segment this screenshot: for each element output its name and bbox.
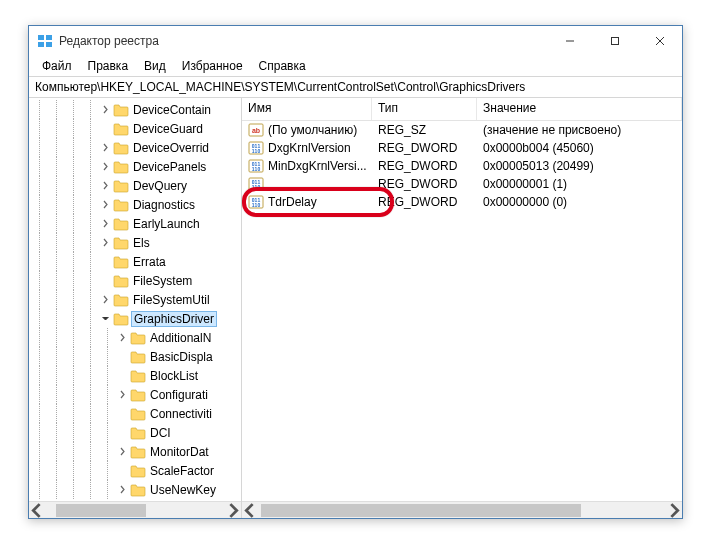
tree-label: BasicDispla (149, 350, 214, 364)
tree-item[interactable]: Connectiviti (29, 404, 241, 423)
svg-text:110: 110 (252, 148, 261, 154)
chevron-right-icon[interactable] (99, 295, 112, 304)
folder-icon (130, 350, 146, 364)
column-name[interactable]: Имя (242, 98, 372, 120)
folder-icon (113, 217, 129, 231)
value-type: REG_DWORD (378, 141, 457, 155)
menu-help[interactable]: Справка (252, 57, 313, 75)
tree-item[interactable]: AdditionalN (29, 328, 241, 347)
folder-icon (113, 179, 129, 193)
tree-item[interactable]: BlockList (29, 366, 241, 385)
list-row[interactable]: 011110TdrDelayREG_DWORD0x00000000 (0) (242, 193, 682, 211)
chevron-right-icon[interactable] (99, 200, 112, 209)
tree-item[interactable]: Diagnostics (29, 195, 241, 214)
tree-label: MonitorDat (149, 445, 210, 459)
scroll-track[interactable] (259, 502, 665, 519)
scroll-thumb[interactable] (261, 504, 581, 517)
chevron-right-icon[interactable] (116, 447, 129, 456)
folder-icon (130, 388, 146, 402)
tree-item[interactable]: GraphicsDriver (29, 309, 241, 328)
tree-item[interactable]: DeviceGuard (29, 119, 241, 138)
list-row[interactable]: 011110MinDxgKrnlVersi...REG_DWORD0x00005… (242, 157, 682, 175)
value-type: REG_DWORD (378, 177, 457, 191)
tree-item[interactable]: Els (29, 233, 241, 252)
address-text: Компьютер\HKEY_LOCAL_MACHINE\SYSTEM\Curr… (35, 80, 525, 94)
svg-rect-3 (46, 42, 52, 47)
tree-item[interactable]: MonitorDat (29, 442, 241, 461)
tree-label: DCI (149, 426, 172, 440)
maximize-button[interactable] (592, 26, 637, 56)
scroll-left-icon[interactable] (29, 502, 46, 519)
reg-dword-icon: 011110 (248, 158, 264, 174)
menu-edit[interactable]: Правка (81, 57, 136, 75)
tree-panel: DeviceContainDeviceGuardDeviceOverridDev… (29, 98, 242, 518)
folder-icon (113, 312, 129, 326)
tree-label: DevQuery (132, 179, 188, 193)
tree-label: AdditionalN (149, 331, 212, 345)
folder-icon (130, 426, 146, 440)
close-button[interactable] (637, 26, 682, 56)
chevron-right-icon[interactable] (99, 105, 112, 114)
list-row[interactable]: ab(По умолчанию)REG_SZ(значение не присв… (242, 121, 682, 139)
scroll-left-icon[interactable] (242, 502, 259, 519)
list-row[interactable]: 011110REG_DWORD0x00000001 (1) (242, 175, 682, 193)
menu-file[interactable]: Файл (35, 57, 79, 75)
menu-view[interactable]: Вид (137, 57, 173, 75)
tree-item[interactable]: ScaleFactor (29, 461, 241, 480)
chevron-right-icon[interactable] (99, 143, 112, 152)
svg-text:110: 110 (252, 202, 261, 208)
chevron-right-icon[interactable] (116, 390, 129, 399)
tree-item[interactable]: DeviceOverrid (29, 138, 241, 157)
tree-item[interactable]: Errata (29, 252, 241, 271)
tree-label: DeviceOverrid (132, 141, 210, 155)
chevron-right-icon[interactable] (99, 219, 112, 228)
scroll-thumb[interactable] (56, 504, 146, 517)
chevron-right-icon[interactable] (99, 238, 112, 247)
svg-rect-5 (611, 38, 618, 45)
column-type[interactable]: Тип (372, 98, 477, 120)
folder-icon (113, 103, 129, 117)
scroll-right-icon[interactable] (665, 502, 682, 519)
tree-item[interactable]: DCI (29, 423, 241, 442)
tree-label: DeviceContain (132, 103, 212, 117)
list-panel: Имя Тип Значение ab(По умолчанию)REG_SZ(… (242, 98, 682, 518)
minimize-button[interactable] (547, 26, 592, 56)
tree-label: GraphicsDriver (131, 311, 217, 327)
folder-icon (130, 483, 146, 497)
chevron-right-icon[interactable] (116, 485, 129, 494)
menu-favorites[interactable]: Избранное (175, 57, 250, 75)
value-data: 0x00000001 (1) (483, 177, 567, 191)
svg-rect-1 (46, 35, 52, 40)
tree-item[interactable]: FileSystemUtil (29, 290, 241, 309)
tree-label: Configurati (149, 388, 209, 402)
tree-hscrollbar[interactable] (29, 501, 241, 518)
svg-text:110: 110 (252, 166, 261, 172)
chevron-right-icon[interactable] (99, 162, 112, 171)
chevron-down-icon[interactable] (99, 314, 112, 323)
list-hscrollbar[interactable] (242, 501, 682, 518)
scroll-track[interactable] (46, 502, 224, 519)
window-controls (547, 26, 682, 56)
chevron-right-icon[interactable] (99, 181, 112, 190)
chevron-right-icon[interactable] (116, 333, 129, 342)
tree-item[interactable]: DeviceContain (29, 100, 241, 119)
tree-label: BlockList (149, 369, 199, 383)
reg-dword-icon: 011110 (248, 176, 264, 192)
value-type: REG_DWORD (378, 159, 457, 173)
column-value[interactable]: Значение (477, 98, 682, 120)
tree-item[interactable]: DevicePanels (29, 157, 241, 176)
list-body[interactable]: ab(По умолчанию)REG_SZ(значение не присв… (242, 121, 682, 501)
folder-icon (113, 236, 129, 250)
regedit-window: Редактор реестра Файл Правка Вид Избранн… (28, 25, 683, 519)
tree-item[interactable]: DevQuery (29, 176, 241, 195)
tree-item[interactable]: UseNewKey (29, 480, 241, 499)
tree[interactable]: DeviceContainDeviceGuardDeviceOverridDev… (29, 98, 241, 501)
list-row[interactable]: 011110DxgKrnlVersionREG_DWORD0x0000b004 … (242, 139, 682, 157)
tree-item[interactable]: EarlyLaunch (29, 214, 241, 233)
tree-item[interactable]: BasicDispla (29, 347, 241, 366)
folder-icon (113, 293, 129, 307)
scroll-right-icon[interactable] (224, 502, 241, 519)
tree-item[interactable]: FileSystem (29, 271, 241, 290)
tree-item[interactable]: Configurati (29, 385, 241, 404)
address-bar[interactable]: Компьютер\HKEY_LOCAL_MACHINE\SYSTEM\Curr… (29, 76, 682, 98)
